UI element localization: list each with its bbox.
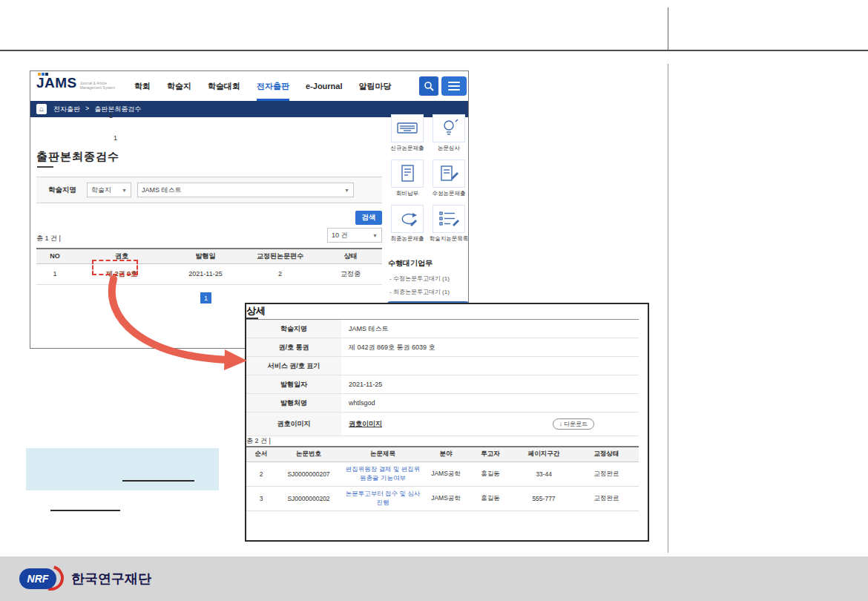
blank-underline (122, 480, 194, 482)
chevron-down-icon: ▼ (344, 188, 349, 193)
nav-item-ejournal[interactable]: e-Journal (306, 71, 343, 101)
pending-tasks-title: 수행대기업무 (388, 258, 433, 269)
field-volume-issue: 권/호 통권 제 042권 869호 통권 6039 호 (246, 338, 639, 357)
field-pub-date: 발행일자 2021-11-25 (246, 375, 639, 394)
nav-item-conference[interactable]: 학술대회 (208, 71, 240, 101)
header-column-rule (668, 7, 668, 50)
quick-menu-final-submission[interactable]: 최종논문제출 (387, 205, 428, 243)
header-rule (0, 50, 868, 51)
cell-no: 1 (36, 263, 73, 284)
detail-result-count: 총 2 건 | (246, 436, 648, 446)
blank-underline (50, 510, 120, 511)
nav-item-epublish[interactable]: 전자출판 (257, 71, 289, 101)
jams-logo-text: JAMS (36, 73, 77, 93)
keyboard-icon (395, 119, 419, 138)
detail-panel: 상세 학술지명 JAMS 테스트 권/호 통권 제 042권 869호 통권 6… (245, 303, 649, 542)
article-row: 2 SJ0000000207 편집위원장 결제 및 편집위원총괄 기능여부 JA… (246, 462, 639, 486)
manual-page: JAMS Journal & ArticleManagement System … (0, 0, 868, 601)
breadcrumb-current: 출판본최종검수 (94, 105, 141, 114)
pagination-page-1[interactable]: 1 (200, 292, 211, 303)
article-title-link[interactable]: 논문투고부터 접수 및 심사 진행 (346, 490, 421, 506)
jams-logo: JAMS Journal & ArticleManagement System (36, 73, 115, 93)
nav-item-journal[interactable]: 학술지 (167, 71, 191, 101)
chevron-down-icon: ▼ (122, 188, 127, 193)
cell-pubdate: 2021-11-25 (170, 263, 241, 284)
nav-item-society[interactable]: 학회 (134, 71, 151, 101)
receipt-icon (395, 164, 419, 183)
field-journal-name: 학술지명 JAMS 테스트 (246, 320, 639, 338)
hamburger-icon (448, 81, 460, 92)
pending-task-final[interactable]: - 최종논문투고대기 (1) (389, 288, 450, 296)
breadcrumb-section[interactable]: 전자출판 (53, 105, 80, 114)
bulb-icon (437, 119, 461, 138)
content-column-rule (668, 64, 668, 553)
home-icon[interactable]: ⌂ (36, 104, 47, 114)
organization-name: 한국연구재단 (71, 570, 151, 588)
page-size-select[interactable]: 10 건 ▼ (327, 228, 382, 243)
note-highlight-box (26, 448, 219, 490)
chevron-down-icon: ▼ (372, 233, 378, 238)
highlight-box (92, 260, 138, 275)
main-nav: 학회 학술지 학술대회 전자출판 e-Journal 알림마당 (134, 71, 392, 101)
cell-corrected-count: 2 (241, 263, 319, 284)
quick-menu-review[interactable]: 논문심사 (428, 114, 470, 152)
quick-menu-fee-payment[interactable]: 회비납부 (387, 160, 428, 197)
table-header-row: NO 권호 발행일 교정된논문편수 상태 (36, 249, 382, 263)
quick-menu-revised-submission[interactable]: 수정논문제출 (428, 160, 470, 197)
footer: NRF 한국연구재단 (0, 556, 868, 601)
search-submit-button[interactable]: 검색 (355, 211, 382, 225)
journal-name-select[interactable]: JAMS 테스트 ▼ (137, 183, 354, 197)
nrf-logo: NRF (19, 565, 65, 593)
col-pubdate: 발행일 (170, 249, 241, 263)
jams-logo-dots-icon (38, 73, 48, 76)
search-icon (424, 81, 434, 91)
col-no: NO (36, 249, 73, 263)
jams-logo-tagline: Journal & ArticleManagement System (80, 81, 115, 90)
search-form: 학술지명 학술지 ▼ JAMS 테스트 ▼ (36, 177, 382, 203)
download-button[interactable]: ↓ 다운로드 (553, 418, 594, 430)
col-status: 상태 (319, 249, 382, 263)
quick-menu-article-list[interactable]: 학술지논문목록 (428, 205, 470, 243)
nav-item-notice[interactable]: 알림마당 (359, 71, 392, 101)
breadcrumb-separator: > (85, 105, 89, 114)
issue-image-link[interactable]: 권호이미지 (349, 419, 382, 429)
detail-fields: 학술지명 JAMS 테스트 권/호 통권 제 042권 869호 통권 6039… (246, 319, 639, 436)
article-title-link[interactable]: 편집위원장 결제 및 편집위원총괄 기능여부 (346, 465, 421, 482)
journal-type-select[interactable]: 학술지 ▼ (87, 183, 131, 197)
field-service-notation: 서비스 권/호 표기 (246, 357, 639, 375)
article-row: 3 SJ0000000202 논문투고부터 접수 및 심사 진행 JAMS공학 … (246, 486, 639, 510)
articles-header-row: 순서 논문번호 논문제목 분야 투고자 페이지구간 교정상태 (246, 447, 639, 462)
search-button-top[interactable] (419, 76, 438, 96)
menu-button[interactable] (441, 76, 467, 96)
callout-number-2: 1 (114, 134, 117, 142)
col-corrected-count: 교정된논문편수 (241, 249, 319, 263)
cell-status: 교정중 (319, 263, 382, 284)
pending-task-revised[interactable]: - 수정논문투고대기 (1) (389, 275, 450, 283)
articles-table: 순서 논문번호 논문제목 분야 투고자 페이지구간 교정상태 2 SJ00000… (246, 446, 639, 511)
field-issue-image: 권호이미지 권호이미지 ↓ 다운로드 (246, 413, 639, 436)
page-title-underline (37, 166, 53, 168)
list-doc-icon (437, 209, 461, 229)
quick-menu: 신규논문제출 논문심사 회비납부 수정논문제출 최종논문제출 학술지논문목록 (387, 114, 470, 250)
journal-name-label: 학술지명 (48, 185, 76, 195)
refresh-doc-icon (395, 209, 419, 229)
field-publisher: 발행처명 whtlsgod (246, 394, 639, 413)
table-row: 1 제 2권 9호 2021-11-25 2 교정중 (36, 263, 382, 284)
page-title: 출판본최종검수 (36, 150, 119, 164)
quick-menu-new-submission[interactable]: 신규논문제출 (387, 114, 428, 152)
edit-doc-icon (437, 164, 461, 183)
result-count: 총 1 건 | (36, 234, 61, 243)
detail-title: 상세 (246, 304, 648, 318)
issues-table: NO 권호 발행일 교정된논문편수 상태 1 제 2권 9호 2021-11-2… (36, 248, 382, 285)
callout-number-1: 1 (109, 112, 113, 119)
